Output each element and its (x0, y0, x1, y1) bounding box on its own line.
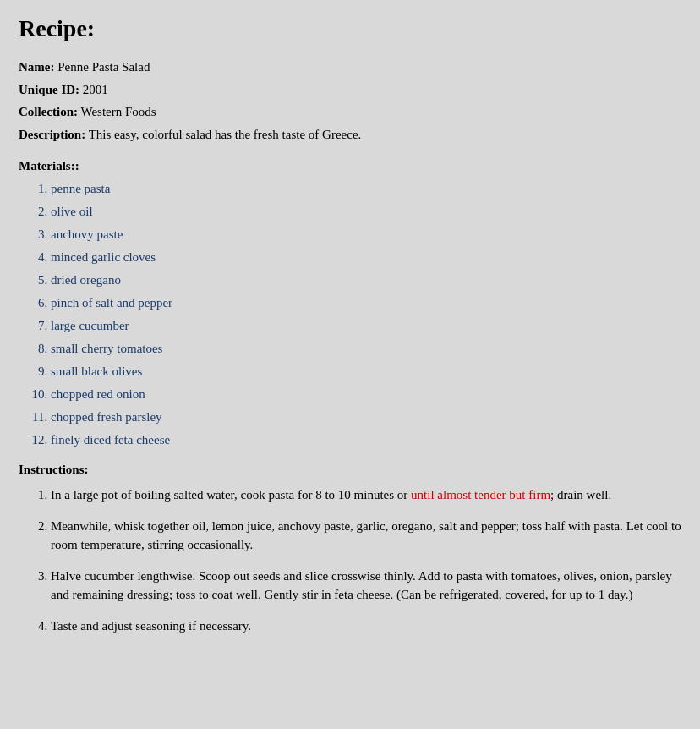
collection-label: Collection: (19, 105, 78, 118)
instructions-header: Instructions: (19, 463, 681, 477)
materials-header: Materials:: (19, 159, 681, 173)
meta-description-line: Description: This easy, colorful salad h… (19, 125, 681, 145)
id-label: Unique ID: (19, 83, 79, 96)
meta-collection-line: Collection: Western Foods (19, 102, 681, 122)
list-item: penne pasta (51, 182, 681, 196)
list-item: pinch of salt and pepper (51, 296, 681, 310)
meta-block: Name: Penne Pasta Salad Unique ID: 2001 … (19, 58, 681, 144)
list-item: olive oil (51, 205, 681, 219)
instructions-list: In a large pot of boiling salted water, … (51, 485, 681, 635)
page-title: Recipe: (19, 15, 681, 42)
list-item: chopped fresh parsley (51, 410, 681, 425)
description-value-text: This easy, colorful salad has the fresh … (89, 128, 362, 141)
list-item: anchovy paste (51, 227, 681, 242)
list-item: Halve cucumber lengthwise. Scoop out see… (51, 567, 681, 605)
description-label: Description: (19, 128, 85, 141)
list-item: small black olives (51, 364, 681, 379)
meta-name-line: Name: Penne Pasta Salad (19, 58, 681, 77)
materials-list: penne pastaolive oilanchovy pasteminced … (51, 182, 681, 447)
list-item: small cherry tomatoes (51, 342, 681, 356)
id-value-text: 2001 (83, 83, 108, 96)
list-item: Meanwhile, whisk together oil, lemon jui… (51, 517, 681, 555)
meta-id-line: Unique ID: 2001 (19, 80, 681, 100)
list-item: chopped red onion (51, 387, 681, 402)
list-item: large cucumber (51, 319, 681, 333)
name-value-text: Penne Pasta Salad (57, 60, 150, 74)
highlighted-text: until almost tender but firm (411, 488, 550, 502)
list-item: Taste and adjust seasoning if necessary. (51, 617, 681, 636)
list-item: minced garlic cloves (51, 250, 681, 265)
collection-value-text: Western Foods (80, 105, 156, 118)
list-item: finely diced feta cheese (51, 433, 681, 447)
name-label: Name: (19, 60, 54, 74)
list-item: dried oregano (51, 273, 681, 288)
list-item: In a large pot of boiling salted water, … (51, 485, 681, 505)
